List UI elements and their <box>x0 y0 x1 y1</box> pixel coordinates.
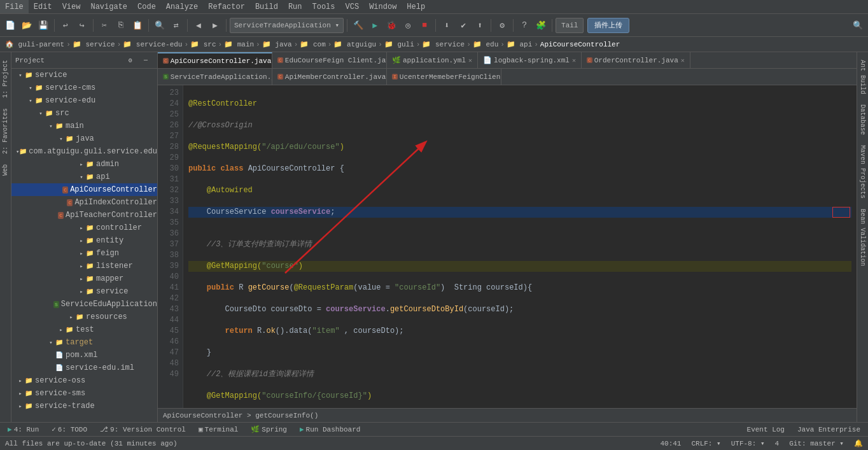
tail-btn[interactable]: Tail <box>556 18 584 33</box>
tab-close-lb[interactable]: ✕ <box>572 57 576 64</box>
status-indent[interactable]: 4 <box>775 440 780 447</box>
tab-close-yml[interactable]: ✕ <box>468 57 472 64</box>
open-btn[interactable]: 📂 <box>19 18 34 33</box>
bottom-tab-java-enterprise[interactable]: Java Enterprise <box>792 423 865 437</box>
tree-service[interactable]: ▾ 📁 service <box>11 69 157 81</box>
bottom-tab-terminal[interactable]: ▣ Terminal <box>193 423 243 437</box>
bc-java[interactable]: 📁 java <box>262 40 292 48</box>
bc-service[interactable]: 📁 service <box>73 40 115 48</box>
bc-controller[interactable]: ApiCourseController <box>540 41 620 48</box>
tree-service-trade[interactable]: ▸ 📁 service-trade <box>11 400 157 412</box>
tab-favorites[interactable]: 2: Favorites <box>1 103 10 159</box>
replace-btn[interactable]: ⇄ <box>169 18 184 33</box>
bc-atguigu[interactable]: 📁 atguigu <box>333 40 376 48</box>
tab-logback[interactable]: 📄 logback-spring.xml ✕ <box>478 52 582 69</box>
tab-project[interactable]: 1: Project <box>1 55 10 103</box>
bottom-tab-spring[interactable]: 🌿 Spring <box>246 423 292 437</box>
undo-btn[interactable]: ↩ <box>58 18 73 33</box>
run-config-dropdown[interactable]: ServiceTradeApplication ▾ <box>230 18 344 33</box>
menu-vcs[interactable]: VCS <box>340 0 365 13</box>
tree-iml[interactable]: 📄 service-edu.iml <box>11 362 157 374</box>
save-btn[interactable]: 💾 <box>36 18 51 33</box>
tab-order-controller[interactable]: C OrderController.java ✕ <box>582 52 690 69</box>
vcs-push-btn[interactable]: ⬆ <box>472 18 487 33</box>
tab-service-trade-app[interactable]: S ServiceTradeApplication.java ✕ <box>158 69 272 85</box>
tree-test[interactable]: ▸ 📁 test <box>11 323 157 336</box>
bc-service2[interactable]: 📁 service <box>422 40 465 48</box>
tree-pom[interactable]: 📄 pom.xml <box>11 349 157 362</box>
bc-src[interactable]: 📁 src <box>190 40 216 48</box>
bc-api[interactable]: 📁 api <box>507 40 532 48</box>
status-encoding[interactable]: UTF-8: ▾ <box>731 439 765 447</box>
status-notifications[interactable]: 🔔 <box>854 439 863 447</box>
status-position[interactable]: 40:41 <box>660 440 681 447</box>
menu-run[interactable]: Run <box>283 0 307 13</box>
code-editor[interactable]: 23 24 25 26 27 28 29 30 31 32 33 34 35 3… <box>158 85 857 408</box>
menu-navigate[interactable]: Navigate <box>85 0 132 13</box>
paste-btn[interactable]: 📋 <box>130 18 145 33</box>
tree-api[interactable]: ▾ 📁 api <box>11 171 157 183</box>
settings-btn[interactable]: ⚙ <box>494 18 510 33</box>
menu-code[interactable]: Code <box>132 0 161 13</box>
tab-api-member-controller[interactable]: C ApiMemberController.java ✕ <box>272 69 387 85</box>
tree-service-edu[interactable]: ▾ 📁 service-edu <box>11 94 157 107</box>
bc-guli[interactable]: 📁 guli <box>384 40 414 48</box>
tab-web[interactable]: Web <box>1 159 10 181</box>
bottom-tab-run-dashboard[interactable]: ▶ Run Dashboard <box>295 423 365 437</box>
back-btn[interactable]: ◀ <box>191 18 206 33</box>
run-btn[interactable]: ▶ <box>367 18 382 33</box>
cut-btn[interactable]: ✂ <box>97 18 112 33</box>
bc-service-edu[interactable]: 📁 service-edu <box>123 40 182 48</box>
build-btn[interactable]: 🔨 <box>351 18 366 33</box>
bottom-tab-event-log[interactable]: Event Log <box>742 423 790 437</box>
global-search-btn[interactable]: 🔍 <box>850 18 865 33</box>
tree-resources[interactable]: ▸ 📁 resources <box>11 311 157 323</box>
tree-service-oss[interactable]: ▸ 📁 service-oss <box>11 374 157 387</box>
bottom-tab-vcs[interactable]: ⎇ 9: Version Control <box>95 423 191 437</box>
tree-api-course-controller[interactable]: C ApiCourseController <box>11 183 157 196</box>
tree-service-edu-app[interactable]: S ServiceEduApplication <box>11 298 157 311</box>
tree-admin[interactable]: ▸ 📁 admin <box>11 158 157 171</box>
menu-analyze[interactable]: Analyze <box>161 0 203 13</box>
tree-controller[interactable]: ▸ 📁 controller <box>11 221 157 234</box>
search-btn[interactable]: 🔍 <box>152 18 167 33</box>
redo-btn[interactable]: ↪ <box>74 18 90 33</box>
menu-refactor[interactable]: Refactor <box>203 0 250 13</box>
help-btn[interactable]: ? <box>517 18 532 33</box>
tab-ant-build[interactable]: Ant Build <box>858 55 867 99</box>
menu-window[interactable]: Window <box>364 0 402 13</box>
status-git[interactable]: Git: master ▾ <box>789 439 844 447</box>
bc-com[interactable]: 📁 com <box>300 40 325 48</box>
menu-tools[interactable]: Tools <box>307 0 340 13</box>
tree-src[interactable]: ▾ 📁 src <box>11 107 157 120</box>
plugin-mgr-btn[interactable]: 🧩 <box>533 18 549 33</box>
bc-edu[interactable]: 📁 edu <box>473 40 498 48</box>
tree-target[interactable]: ▾ 📁 target <box>11 336 157 349</box>
vcs-update-btn[interactable]: ⬇ <box>439 18 454 33</box>
bc-guli-parent[interactable]: 🏠 guli-parent <box>5 40 64 48</box>
sidebar-collapse-btn[interactable]: — <box>138 53 153 68</box>
menu-edit[interactable]: Edit <box>29 0 57 13</box>
tree-entity[interactable]: ▸ 📁 entity <box>11 234 157 247</box>
forward-btn[interactable]: ▶ <box>207 18 223 33</box>
tree-main[interactable]: ▾ 📁 main <box>11 120 157 132</box>
coverage-btn[interactable]: ◎ <box>400 18 416 33</box>
menu-view[interactable]: View <box>57 0 86 13</box>
menu-build[interactable]: Build <box>250 0 283 13</box>
tab-close-oc[interactable]: ✕ <box>681 57 685 64</box>
tab-edu-course-feign[interactable]: C EduCourseFeign Client.java ✕ <box>272 52 387 69</box>
tree-service-folder[interactable]: ▸ 📁 service <box>11 285 157 298</box>
menu-help[interactable]: Help <box>402 0 430 13</box>
tab-api-course-controller[interactable]: C ApiCourseController.java ✕ <box>158 52 272 69</box>
status-crlf[interactable]: CRLF: ▾ <box>691 439 720 447</box>
debug-btn[interactable]: 🐞 <box>384 18 399 33</box>
tree-listener[interactable]: ▸ 📁 listener <box>11 260 157 272</box>
tree-package[interactable]: ▾ 📁 com.atguigu.guli.service.edu <box>11 145 157 158</box>
tree-api-index-controller[interactable]: C ApiIndexController <box>11 196 157 209</box>
vcs-commit-btn[interactable]: ✔ <box>456 18 471 33</box>
tab-bean-validation[interactable]: Bean Validation <box>858 204 867 271</box>
bc-main[interactable]: 📁 main <box>224 40 254 48</box>
copy-btn[interactable]: ⎘ <box>113 18 129 33</box>
tree-service-sms[interactable]: ▸ 📁 service-sms <box>11 387 157 400</box>
new-file-btn[interactable]: 📄 <box>3 18 18 33</box>
